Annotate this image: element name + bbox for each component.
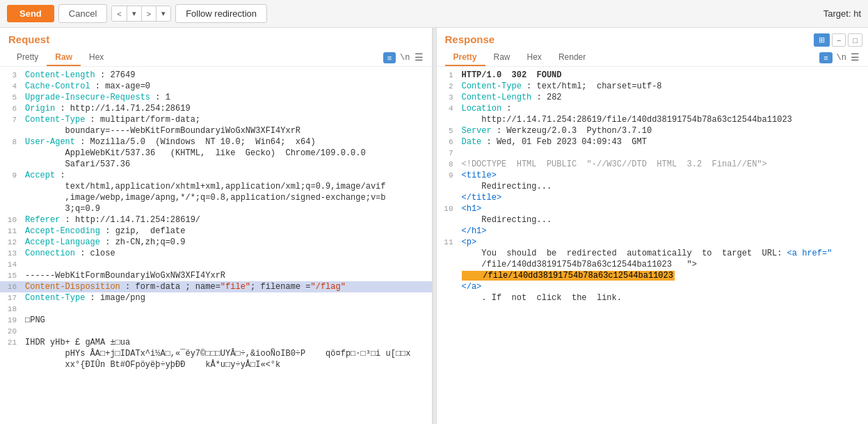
response-action-btn[interactable]: ≡ [819,52,832,63]
response-line-11e: </a> [437,281,869,292]
request-tab-pretty[interactable]: Pretty [8,49,47,66]
response-line-6: 6 Date : Wed, 01 Feb 2023 04:09:43 GMT [437,136,869,148]
request-line-8a: 8 User-Agent : Mozilla/5.0 (Windows NT 1… [0,136,432,148]
response-title: Response [445,33,860,45]
request-line-9b: text/html,application/xhtml+xml,applicat… [0,181,432,192]
request-panel: Request Pretty Raw Hex ≡ \n ☰ [0,28,433,424]
request-tab-hex[interactable]: Hex [81,49,112,66]
response-line-7: 7 [437,148,869,159]
response-line-11c: /file/140dd38191754b78a63c12544ba11023 "… [437,259,869,270]
request-tabs: Pretty Raw Hex [8,49,112,66]
response-line-9a: 9 <title> [437,170,869,181]
view-single-button[interactable]: − [832,33,846,47]
nav-next-button[interactable]: > [142,6,156,21]
request-line-18: 18 [0,304,432,315]
request-line-15: 15 ------WebKitFormBoundaryiWoGxNW3XFI4Y… [0,270,432,281]
nav-button-group: < ▾ > ▾ [111,6,171,22]
response-line-8: 8 <!DOCTYPE HTML PUBLIC "-//W3C//DTD HTM… [437,159,869,170]
request-line-11: 11 Accept-Encoding : gzip, deflate [0,226,432,237]
request-line-3: 3 Content-Length : 27649 [0,70,432,81]
request-line-5: 5 Upgrade-Insecure-Requests : 1 [0,92,432,103]
response-line-11d: /file/140dd38191754b78a63c12544ba11023 [437,270,869,281]
request-action-wrap[interactable]: \n [400,53,410,63]
request-line-9a: 9 Accept : [0,170,432,181]
response-line-10b: Redirecting... [437,214,869,226]
request-line-20: 20 [0,326,432,337]
response-panel: ⊞ − □ Response Pretty Raw Hex Render ≡ \… [437,28,869,424]
response-line-4b: http://1.14.71.254:28619/file/140dd38191… [437,114,869,125]
request-line-19: 19 □PNG [0,315,432,326]
request-line-14: 14 [0,259,432,270]
request-action-btn[interactable]: ≡ [383,52,396,63]
response-line-3: 3 Content-Length : 282 [437,92,869,103]
response-tab-render[interactable]: Render [550,49,594,66]
request-line-21c: xx°{ÐIÛn Bt#OFpöyëþ÷yþÐÐ kÅ*u□y÷yÅ□I«<°k [0,359,432,370]
request-line-12: 12 Accept-Language : zh-CN,zh;q=0.9 [0,237,432,248]
request-tab-raw[interactable]: Raw [47,49,81,66]
request-tab-row: Pretty Raw Hex ≡ \n ☰ [8,49,424,66]
request-line-17: 17 Content-Type : image/png [0,292,432,304]
response-tab-raw[interactable]: Raw [485,49,519,66]
panels-wrapper: Request Pretty Raw Hex ≡ \n ☰ [0,28,868,424]
response-tab-pretty[interactable]: Pretty [445,49,485,66]
response-tab-actions: ≡ \n ☰ [819,52,860,66]
request-panel-header: Request Pretty Raw Hex ≡ \n ☰ [0,28,432,67]
follow-redirection-button[interactable]: Follow redirection [175,4,267,23]
response-action-menu[interactable]: ☰ [851,52,860,63]
nav-prev-down-button[interactable]: ▾ [127,6,142,21]
request-line-10: 10 Referer : http://1.14.71.254:28619/ [0,214,432,226]
response-line-1: 1 HTTP/1.0 302 FOUND [437,70,869,81]
request-title: Request [8,33,424,45]
cancel-button[interactable]: Cancel [58,4,107,23]
response-line-11f: . If not click the link. [437,292,869,304]
response-tab-hex[interactable]: Hex [519,49,550,66]
response-panel-header: Response Pretty Raw Hex Render ≡ \n ☰ [437,28,869,67]
response-line-9b: Redirecting... [437,181,869,192]
request-line-16: 16 Content-Disposition : form-data ; nam… [0,281,432,292]
request-line-7b: boundary=----WebKitFormBoundaryiWoGxNW3X… [0,125,432,136]
target-label: Target: ht [823,8,861,19]
request-line-13: 13 Connection : close [0,248,432,259]
view-detach-button[interactable]: □ [848,33,862,47]
view-columns-button[interactable]: ⊞ [814,33,830,47]
request-line-4: 4 Cache-Control : max-age=0 [0,81,432,92]
request-line-7a: 7 Content-Type : multipart/form-data; [0,114,432,125]
request-line-21b: pHYs ÂA□+j□IDATx^i½A□,«¯ëy7©□□□UYÂ□÷,&io… [0,348,432,359]
request-line-9c: ,image/webp,image/apng,*/*;q=0.8,applica… [0,192,432,203]
view-mode-icons: ⊞ − □ [814,33,862,47]
response-tabs: Pretty Raw Hex Render [445,49,595,66]
toolbar: Send Cancel < ▾ > ▾ Follow redirection T… [0,0,868,28]
request-line-9d: 3;q=0.9 [0,203,432,214]
nav-next-down-button[interactable]: ▾ [156,6,170,21]
response-line-11b: You should be redirected automatically t… [437,248,869,259]
nav-prev-button[interactable]: < [112,6,127,21]
response-line-9c: </title> [437,192,869,203]
response-line-4a: 4 Location : [437,103,869,114]
request-tab-actions: ≡ \n ☰ [383,52,424,66]
response-code-area[interactable]: 1 HTTP/1.0 302 FOUND 2 Content-Type : te… [437,67,869,424]
request-line-8b: AppleWebKit/537.36 (KHTML, like Gecko) C… [0,148,432,159]
response-line-11a: 11 <p> [437,237,869,248]
response-line-5: 5 Server : Werkzeug/2.0.3 Python/3.7.10 [437,125,869,136]
request-code-area[interactable]: 3 Content-Length : 27649 4 Cache-Control… [0,67,432,424]
response-action-wrap[interactable]: \n [837,53,846,63]
request-line-21a: 21 IHDR yHb+ £ gAMA ±□ua [0,337,432,348]
request-line-8c: Safari/537.36 [0,159,432,170]
send-button[interactable]: Send [7,5,54,22]
request-line-6: 6 Origin : http://1.14.71.254:28619 [0,103,432,114]
request-action-menu[interactable]: ☰ [415,52,424,63]
response-line-2: 2 Content-Type : text/html; charset=utf-… [437,81,869,92]
response-line-10a: 10 <h1> [437,203,869,214]
response-tab-row: Pretty Raw Hex Render ≡ \n ☰ [445,49,860,66]
response-line-10c: </h1> [437,226,869,237]
